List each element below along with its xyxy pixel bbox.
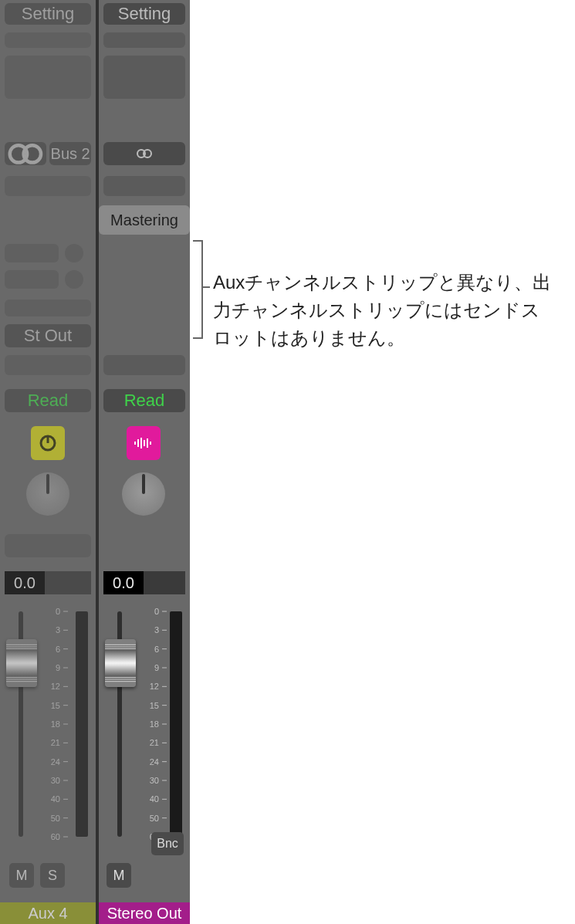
track-icon[interactable] [127,426,161,460]
automation-mode-button[interactable]: Read [5,389,91,412]
svg-text:9: 9 [154,663,159,672]
track-icon[interactable] [31,426,65,460]
callout-bracket [191,239,211,340]
channel-name[interactable]: Stereo Out [99,902,190,924]
stereo-link-button[interactable] [103,142,185,165]
fader-area: 0369121518212430405060 [5,608,91,840]
svg-text:24: 24 [150,757,159,767]
svg-text:9: 9 [56,663,60,672]
fader-cap[interactable] [105,639,136,687]
slot-empty[interactable] [103,32,185,48]
slot-empty[interactable] [5,300,91,316]
setting-button[interactable]: Setting [5,3,91,25]
waveform-icon [134,436,154,450]
send-knob-slot[interactable] [65,244,83,262]
slot-empty[interactable] [103,56,185,99]
svg-text:40: 40 [51,794,60,804]
mastering-slot[interactable]: Mastering [99,205,190,235]
pan-knob[interactable] [122,472,165,516]
svg-text:0: 0 [56,608,60,616]
input-row[interactable]: Bus 2 [5,142,91,165]
fader-area: 0369121518212430405060 [103,608,185,840]
level-readout-row: 0.0 [5,571,91,594]
channel-name[interactable]: Aux 4 [0,902,96,924]
send-slot[interactable] [5,244,59,262]
stereo-link-icon [5,142,46,165]
svg-text:30: 30 [51,776,60,785]
svg-text:30: 30 [150,776,159,785]
bus-label: Bus 2 [49,142,91,165]
slot-empty[interactable] [103,355,185,375]
svg-text:3: 3 [56,625,60,635]
meter-scale: 0369121518212430405060 [150,608,167,840]
svg-text:50: 50 [150,814,159,823]
svg-text:6: 6 [154,645,159,654]
setting-button[interactable]: Setting [103,3,185,25]
automation-mode-button[interactable]: Read [103,389,185,412]
output-selector[interactable]: St Out [5,324,91,347]
slot-empty[interactable] [5,32,91,48]
send-knob-slot[interactable] [65,270,83,289]
slot-empty[interactable] [5,355,91,375]
meter-scale: 0369121518212430405060 [51,608,68,840]
slot-empty[interactable] [5,176,91,196]
slot-empty[interactable] [5,56,91,99]
pan-knob[interactable] [26,472,69,516]
channel-strip-aux: Setting Bus 2 St Out Read 0.0 [0,0,96,924]
svg-text:0: 0 [154,608,159,616]
channel-strip-output: Setting Mastering Read 0.0 0369 [99,0,190,924]
svg-text:60: 60 [51,832,60,840]
send-slot[interactable] [5,270,59,289]
slot-empty[interactable] [5,534,91,557]
level-meter [76,611,88,837]
svg-text:21: 21 [51,738,60,747]
stereo-link-icon [134,146,154,161]
svg-text:6: 6 [56,645,60,654]
peak-readout [45,571,91,594]
svg-text:12: 12 [51,682,60,691]
solo-button[interactable]: S [40,863,65,888]
svg-text:40: 40 [150,794,159,804]
svg-text:18: 18 [150,719,159,729]
svg-text:15: 15 [51,701,60,710]
level-readout-row: 0.0 [103,571,185,594]
level-readout: 0.0 [103,571,144,594]
svg-text:12: 12 [150,682,159,691]
svg-text:18: 18 [51,719,60,729]
fader-cap[interactable] [6,639,37,687]
svg-text:50: 50 [51,814,60,823]
slot-empty[interactable] [103,176,185,196]
peak-readout [144,571,185,594]
bounce-button[interactable]: Bnc [151,832,184,855]
mute-button[interactable]: M [9,863,34,888]
level-readout: 0.0 [5,571,45,594]
callout-text: Auxチャンネルストリップと異なり、出力チャンネルストリップにはセンドスロットは… [213,269,553,352]
svg-text:15: 15 [150,701,159,710]
mute-button[interactable]: M [107,863,131,888]
svg-text:21: 21 [150,738,159,747]
level-meter [170,611,182,837]
svg-text:24: 24 [51,757,60,767]
svg-text:3: 3 [154,625,159,635]
